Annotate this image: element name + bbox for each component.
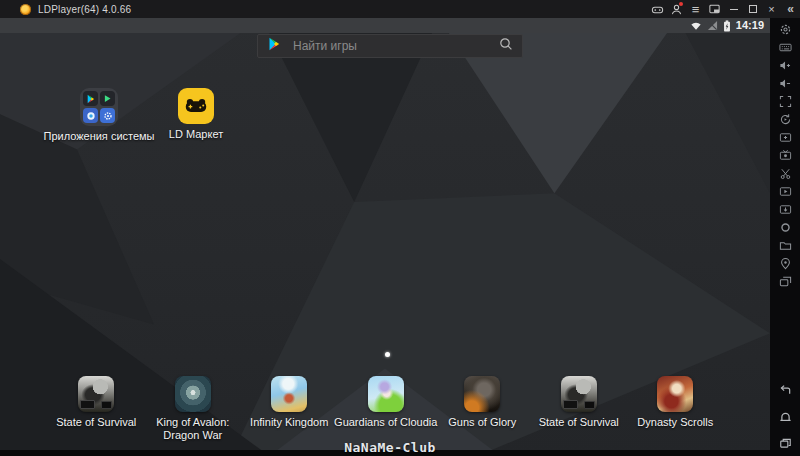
settings-gear-icon [100, 108, 115, 123]
dock-item-state-of-survival-2[interactable]: State of Survival [531, 376, 628, 441]
scissors-icon[interactable] [774, 166, 796, 180]
status-bar: 14:19 [0, 18, 770, 33]
title-bar: LDPlayer(64) 4.0.66 ≡ × « [0, 0, 800, 18]
dock-item-label: Infinity Kingdom [233, 416, 345, 429]
account-icon[interactable] [667, 0, 686, 18]
magnifier-icon[interactable] [499, 37, 513, 55]
desktop-item-label: LD Маркет [169, 128, 223, 140]
gamepad-icon[interactable] [648, 0, 667, 18]
emulator-toolbar [770, 18, 800, 456]
state-of-survival-icon [561, 376, 597, 412]
window-title: LDPlayer(64) 4.0.66 [38, 4, 131, 15]
dock-item-label: State of Survival [40, 416, 152, 429]
install-apk-icon[interactable] [774, 202, 796, 216]
dynasty-scrolls-icon [657, 376, 693, 412]
dock-item-dynasty-scrolls[interactable]: Dynasty Scrolls [627, 376, 724, 441]
ldplayer-logo-icon [20, 4, 31, 15]
ld-market-icon [178, 88, 214, 124]
dock-item-king-of-avalon[interactable]: King of Avalon: Dragon War [145, 376, 242, 441]
wifi-icon [690, 20, 702, 31]
multi-window-icon[interactable] [774, 274, 796, 288]
google-play-icon [83, 91, 98, 106]
page-indicator-dot [385, 352, 390, 357]
system-apps-folder-icon [80, 88, 118, 126]
settings-gear-icon[interactable] [774, 22, 796, 36]
volume-down-icon[interactable] [774, 76, 796, 90]
ldplayer-window: LDPlayer(64) 4.0.66 ≡ × « [0, 0, 800, 456]
screenshot-icon[interactable] [774, 130, 796, 144]
android-recents-icon[interactable] [774, 436, 796, 450]
collapse-toolbar-icon[interactable]: « [781, 0, 800, 18]
watermark: NaNaMe-Club [344, 440, 436, 455]
keyboard-icon[interactable] [774, 40, 796, 54]
fullscreen-icon[interactable] [774, 94, 796, 108]
search-input[interactable] [291, 38, 490, 54]
desktop-item-system-apps-folder[interactable]: Приложения системы [49, 88, 149, 142]
mini-window-icon[interactable] [705, 0, 724, 18]
dock-item-state-of-survival[interactable]: State of Survival [48, 376, 145, 441]
green-play-icon [100, 91, 115, 106]
guardians-of-cloudia-icon [368, 376, 404, 412]
game-dock: State of Survival King of Avalon: Dragon… [48, 376, 724, 441]
desktop-item-label: Приложения системы [43, 130, 154, 142]
dock-item-label: Guardians of Cloudia [330, 416, 442, 429]
video-player-icon[interactable] [774, 184, 796, 198]
no-sim-signal-icon [707, 20, 718, 31]
menu-icon[interactable]: ≡ [686, 0, 705, 18]
minimize-button[interactable] [724, 0, 743, 18]
clock: 14:19 [736, 20, 764, 31]
dock-item-label: State of Survival [523, 416, 635, 429]
shake-icon[interactable] [774, 220, 796, 234]
desktop-item-ld-market[interactable]: LD Маркет [146, 88, 246, 140]
infinity-kingdom-icon [271, 376, 307, 412]
dock-item-label: Dynasty Scrolls [619, 416, 731, 429]
notification-dot [679, 2, 683, 6]
dock-item-guardians-of-cloudia[interactable]: Guardians of Cloudia [338, 376, 435, 441]
guns-of-glory-icon [464, 376, 500, 412]
maximize-button[interactable] [743, 0, 762, 18]
google-play-icon [267, 36, 282, 56]
king-of-avalon-icon [175, 376, 211, 412]
virtual-gps-icon[interactable] [774, 256, 796, 270]
android-home-icon[interactable] [774, 409, 796, 423]
shared-folder-icon[interactable] [774, 238, 796, 252]
state-of-survival-icon [78, 376, 114, 412]
battery-charging-icon [723, 20, 731, 32]
dock-item-label: King of Avalon: Dragon War [137, 416, 249, 441]
dock-item-infinity-kingdom[interactable]: Infinity Kingdom [241, 376, 338, 441]
dock-item-label: Guns of Glory [426, 416, 538, 429]
browser-icon [83, 108, 98, 123]
android-screen: 14:19 [0, 18, 770, 456]
search-bar[interactable] [257, 34, 523, 58]
window-controls: ≡ × « [648, 0, 800, 18]
close-button[interactable]: × [762, 0, 781, 18]
rotate-screen-icon[interactable] [774, 112, 796, 126]
android-back-icon[interactable] [774, 382, 796, 396]
volume-up-icon[interactable] [774, 58, 796, 72]
dock-item-guns-of-glory[interactable]: Guns of Glory [434, 376, 531, 441]
screen-record-icon[interactable] [774, 148, 796, 162]
